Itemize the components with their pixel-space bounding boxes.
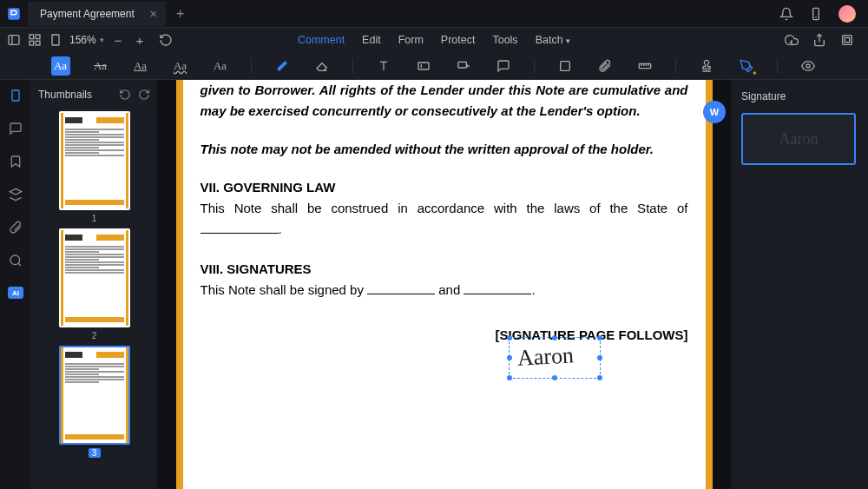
- signature-tool[interactable]: ✦: [737, 56, 756, 76]
- svg-marker-25: [10, 188, 21, 195]
- titlebar: Payment Agreement × +: [0, 0, 868, 28]
- svg-rect-14: [418, 63, 429, 69]
- ai-rail-badge[interactable]: AI: [8, 287, 23, 299]
- search-rail-icon[interactable]: [9, 254, 23, 268]
- menu-protect[interactable]: Protect: [441, 34, 476, 46]
- caret-tool[interactable]: Aa: [211, 56, 230, 76]
- svg-rect-9: [52, 35, 59, 45]
- thumbnails-rail-icon[interactable]: [9, 89, 23, 102]
- svg-rect-6: [36, 35, 40, 39]
- thumbnails-panel: Thumbnails 1 2: [31, 80, 157, 489]
- shape-tool[interactable]: [556, 56, 575, 76]
- paragraph-amend: This note may not be amended without the…: [201, 139, 688, 160]
- eraser-tool[interactable]: [312, 56, 332, 76]
- close-tab-icon[interactable]: ×: [150, 7, 157, 21]
- squiggly-tool[interactable]: Aa: [171, 56, 190, 76]
- menu-batch[interactable]: Batch ▾: [536, 34, 570, 46]
- user-avatar[interactable]: [838, 5, 856, 23]
- attachment-tool[interactable]: [595, 56, 615, 76]
- document-viewport[interactable]: given to Borrower. All rights of the Len…: [157, 80, 731, 489]
- layers-rail-icon[interactable]: [9, 188, 23, 202]
- text-tool[interactable]: [374, 56, 393, 76]
- heading-signatures: VIII. SIGNATURES: [201, 259, 688, 280]
- view-toolbar: 156%▾ − + Comment Edit Form Protect Tool…: [0, 28, 868, 52]
- note-tool[interactable]: [494, 56, 513, 76]
- hide-tool[interactable]: [799, 56, 818, 76]
- svg-rect-17: [560, 61, 569, 70]
- comments-rail-icon[interactable]: [9, 122, 23, 135]
- svg-point-23: [806, 64, 810, 68]
- svg-rect-24: [12, 90, 19, 101]
- marker-tool[interactable]: [273, 56, 292, 76]
- heading-governing-law: VII. GOVERNING LAW: [201, 177, 688, 198]
- document-tab[interactable]: Payment Agreement ×: [28, 2, 166, 26]
- callout-tool[interactable]: [454, 56, 473, 76]
- page-layout-icon[interactable]: [49, 33, 62, 47]
- zoom-in-button[interactable]: +: [132, 33, 147, 48]
- left-rail: AI: [0, 80, 31, 489]
- word-export-button[interactable]: W: [703, 101, 726, 123]
- thumbnails-title: Thumbnails: [38, 89, 92, 101]
- main-area: AI Thumbnails 1 2: [0, 80, 868, 489]
- thumbnail-page-1[interactable]: 1: [59, 111, 130, 223]
- comment-ribbon: Aa Aa Aa Aa Aa ✦: [0, 52, 868, 80]
- thumbnail-page-3[interactable]: 3: [59, 346, 130, 458]
- signature-panel-title: Signature: [741, 90, 858, 102]
- thumbnail-page-2[interactable]: 2: [59, 228, 130, 340]
- svg-rect-1: [813, 8, 819, 19]
- app-logo: [0, 0, 28, 28]
- grid-view-icon[interactable]: [28, 33, 42, 47]
- strikethrough-tool[interactable]: Aa: [91, 56, 110, 76]
- rotate-right-icon[interactable]: [138, 89, 150, 101]
- mobile-icon[interactable]: [809, 7, 823, 21]
- zoom-level[interactable]: 156%▾: [69, 34, 104, 46]
- paragraph-governing: This Note shall be construed in accordan…: [201, 198, 688, 219]
- underline-tool[interactable]: Aa: [131, 56, 150, 76]
- svg-rect-18: [639, 63, 650, 68]
- page: given to Borrower. All rights of the Len…: [176, 80, 713, 489]
- signature-panel: Signature Aaron: [731, 80, 868, 489]
- signature-preview[interactable]: Aaron: [741, 113, 856, 165]
- main-menu: Comment Edit Form Protect Tools Batch ▾: [298, 34, 570, 46]
- svg-rect-3: [9, 36, 19, 45]
- menu-form[interactable]: Form: [398, 34, 424, 46]
- attachments-rail-icon[interactable]: [9, 221, 23, 235]
- menu-edit[interactable]: Edit: [362, 34, 381, 46]
- svg-rect-16: [458, 62, 466, 68]
- textbox-tool[interactable]: [414, 56, 433, 76]
- bell-icon[interactable]: [779, 7, 793, 21]
- stamp-tool[interactable]: [697, 56, 716, 76]
- svg-rect-8: [36, 41, 40, 45]
- new-tab-button[interactable]: +: [166, 6, 194, 22]
- bookmarks-rail-icon[interactable]: [9, 155, 23, 169]
- signature-annotation[interactable]: Aaron: [516, 342, 574, 371]
- svg-rect-7: [30, 41, 34, 45]
- sidebar-toggle-icon[interactable]: [7, 33, 21, 47]
- rotate-icon[interactable]: [159, 33, 173, 47]
- signature-page-follows: [SIGNATURE PAGE FOLLOWS]: [201, 325, 688, 346]
- share-icon[interactable]: [812, 33, 826, 47]
- cloud-icon[interactable]: [785, 33, 799, 47]
- menu-tools[interactable]: Tools: [492, 34, 517, 46]
- paragraph-signed-by: This Note shall be signed by and .: [201, 280, 688, 301]
- rotate-left-icon[interactable]: [119, 89, 131, 101]
- print-icon[interactable]: [840, 33, 854, 47]
- zoom-out-button[interactable]: −: [111, 33, 126, 48]
- menu-comment[interactable]: Comment: [298, 34, 345, 46]
- svg-rect-5: [30, 35, 34, 39]
- svg-line-27: [18, 263, 21, 266]
- highlight-tool[interactable]: Aa: [51, 56, 70, 76]
- svg-rect-11: [845, 37, 849, 42]
- paragraph-rights: given to Borrower. All rights of the Len…: [201, 80, 688, 122]
- measure-tool[interactable]: [635, 56, 654, 76]
- svg-point-26: [10, 255, 20, 265]
- svg-rect-10: [843, 36, 852, 45]
- tab-title: Payment Agreement: [40, 8, 135, 20]
